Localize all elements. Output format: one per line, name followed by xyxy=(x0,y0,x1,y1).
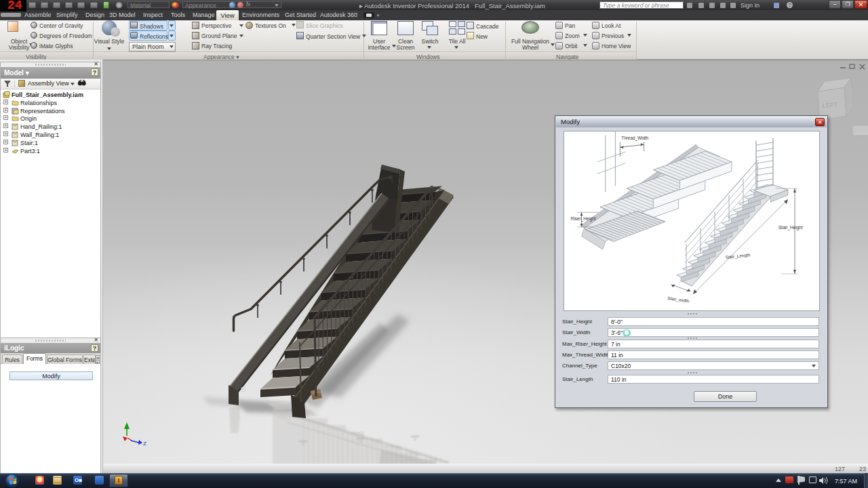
svg-text:Stair_Length: Stair_Length xyxy=(725,252,751,260)
svg-text:LEFT: LEFT xyxy=(822,101,837,109)
svg-text:Thread_Width: Thread_Width xyxy=(621,136,648,141)
svg-text:Stair_Height: Stair_Height xyxy=(778,225,803,230)
svg-text:Stair_width: Stair_width xyxy=(667,296,690,304)
svg-text:Z: Z xyxy=(143,441,146,447)
svg-text:Riser_Height: Riser_Height xyxy=(571,216,596,222)
